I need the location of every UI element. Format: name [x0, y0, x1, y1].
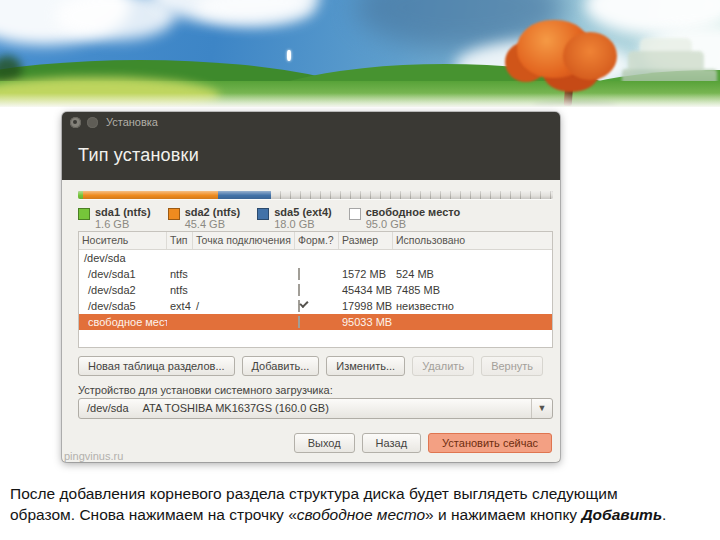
- partition-actions: Новая таблица разделов... Добавить... Из…: [78, 356, 543, 376]
- legend-swatch: [78, 208, 90, 220]
- partitions-table: Носитель Тип Точка подключения Форм.? Ра…: [78, 231, 553, 348]
- legend-label: свободное место: [366, 206, 461, 218]
- legend-size: 1.6 GB: [95, 218, 151, 231]
- table-header: Носитель Тип Точка подключения Форм.? Ра…: [79, 232, 552, 250]
- cell-mount: /: [193, 300, 295, 312]
- bootloader-device-label: Устройство для установки системного загр…: [78, 384, 333, 396]
- legend-label: sda1 (ntfs): [95, 206, 151, 218]
- format-checkbox[interactable]: [298, 316, 300, 328]
- legend-size: 18.0 GB: [274, 218, 331, 231]
- column-header-used[interactable]: Использовано: [393, 232, 552, 249]
- bootloader-device-description: ATA TOSHIBA MK1637GS (160.0 GB): [143, 402, 329, 414]
- column-header-device[interactable]: Носитель: [79, 232, 167, 249]
- cell-device: /dev/sda5: [79, 300, 167, 312]
- disk-usage-bar: [78, 191, 553, 199]
- cell-type: ntfs: [167, 268, 193, 280]
- watermark: pingvinus.ru: [64, 450, 123, 462]
- cell-device: /dev/sda2: [79, 284, 167, 296]
- disk-bar-segment-sda5: [218, 191, 271, 199]
- legend-size: 95.0 GB: [366, 218, 461, 231]
- caption-add-button-term: Добавить: [581, 506, 662, 523]
- banner-bottom-fade: [0, 93, 720, 107]
- cell-size: 95033 MB: [339, 316, 393, 328]
- cell-size: 17998 MB: [339, 300, 393, 312]
- bootloader-device-path: /dev/sda: [87, 402, 129, 414]
- format-checkbox[interactable]: [298, 284, 300, 296]
- legend-swatch: [349, 208, 361, 220]
- window-minimize-button[interactable]: [87, 117, 98, 128]
- column-header-mount-point[interactable]: Точка подключения: [193, 232, 295, 249]
- bootloader-device-dropdown[interactable]: /dev/sdaATA TOSHIBA MK1637GS (160.0 GB) …: [78, 398, 553, 419]
- format-checkbox[interactable]: [298, 300, 300, 312]
- column-header-format[interactable]: Форм.?: [295, 232, 339, 249]
- legend-swatch: [257, 208, 269, 220]
- cell-used: 524 MB: [393, 268, 552, 280]
- legend-item-sda1: sda1 (ntfs)1.6 GB: [78, 206, 151, 231]
- distant-figure: [287, 50, 291, 61]
- legend-item-sda2: sda2 (ntfs)45.4 GB: [168, 206, 241, 231]
- window-close-button[interactable]: [70, 117, 81, 128]
- footer-buttons: Выход Назад Установить сейчас: [294, 433, 552, 453]
- caption-line-2: образом. Снова нажимаем на строчку «своб…: [10, 504, 710, 525]
- legend-item-sda5: sda5 (ext4)18.0 GB: [257, 206, 331, 231]
- disk-bar-segment-free: [271, 191, 553, 199]
- cell-used: неизвестно: [393, 300, 552, 312]
- window-titlebar: Установка: [62, 112, 560, 134]
- partition-legend: sda1 (ntfs)1.6 GB sda2 (ntfs)45.4 GB sda…: [78, 206, 477, 231]
- legend-label: sda2 (ntfs): [185, 206, 241, 218]
- disk-bar-segment-sda2: [83, 191, 218, 199]
- cell-type: ext4: [167, 300, 193, 312]
- page-title: Тип установки: [78, 145, 199, 166]
- add-partition-button[interactable]: Добавить...: [242, 356, 320, 376]
- back-button[interactable]: Назад: [362, 433, 422, 453]
- format-checkbox[interactable]: [298, 268, 300, 280]
- legend-size: 45.4 GB: [185, 218, 241, 231]
- new-partition-table-button[interactable]: Новая таблица разделов...: [78, 356, 235, 376]
- caption-free-space-term: свободное место: [297, 506, 425, 523]
- window-content: sda1 (ntfs)1.6 GB sda2 (ntfs)45.4 GB sda…: [62, 180, 560, 462]
- cell-size: 45434 MB: [339, 284, 393, 296]
- change-partition-button[interactable]: Изменить...: [326, 356, 405, 376]
- chevron-down-icon: ▼: [531, 399, 552, 418]
- table-row-disk-sda[interactable]: /dev/sda: [79, 250, 552, 266]
- column-header-size[interactable]: Размер: [339, 232, 393, 249]
- installer-window: Установка Тип установки sda1 (ntfs)1.6 G…: [62, 112, 560, 462]
- slide-caption: После добавления корневого раздела струк…: [10, 483, 710, 525]
- revert-button[interactable]: Вернуть: [481, 356, 543, 376]
- cell-device: /dev/sda: [79, 252, 167, 264]
- legend-label: sda5 (ext4): [274, 206, 331, 218]
- cell-used: 7485 MB: [393, 284, 552, 296]
- bootloader-device-value: /dev/sdaATA TOSHIBA MK1637GS (160.0 GB): [87, 399, 329, 418]
- caption-line-1: После добавления корневого раздела струк…: [10, 483, 710, 504]
- column-header-type[interactable]: Тип: [167, 232, 193, 249]
- table-row-sda2[interactable]: /dev/sda2 ntfs 45434 MB 7485 MB: [79, 282, 552, 298]
- delete-partition-button[interactable]: Удалить: [412, 356, 474, 376]
- legend-swatch: [168, 208, 180, 220]
- cell-type: ntfs: [167, 284, 193, 296]
- legend-item-free-space: свободное место95.0 GB: [349, 206, 461, 231]
- install-now-button[interactable]: Установить сейчас: [428, 433, 552, 453]
- cell-device: свободное место: [79, 316, 167, 328]
- nature-banner: [0, 0, 720, 107]
- table-row-free-space[interactable]: свободное место 95033 MB: [79, 314, 552, 330]
- quit-button[interactable]: Выход: [294, 433, 355, 453]
- table-row-sda1[interactable]: /dev/sda1 ntfs 1572 MB 524 MB: [79, 266, 552, 282]
- window-title: Установка: [106, 116, 158, 128]
- cell-size: 1572 MB: [339, 268, 393, 280]
- table-row-sda5[interactable]: /dev/sda5 ext4 / 17998 MB неизвестно: [79, 298, 552, 314]
- cell-device: /dev/sda1: [79, 268, 167, 280]
